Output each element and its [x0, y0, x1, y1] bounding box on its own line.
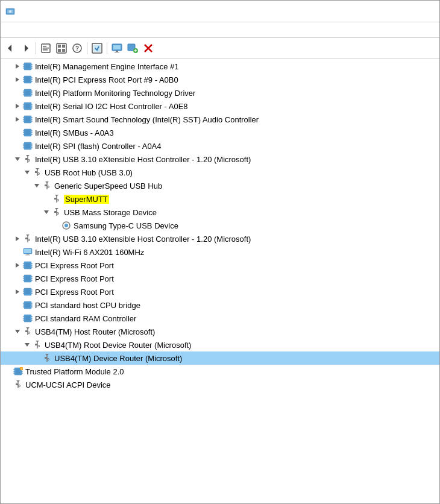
tree-item-label-16: PCI Express Root Port	[35, 274, 114, 283]
svg-rect-55	[25, 104, 30, 109]
tree-item-10[interactable]: SuperMUTT	[1, 192, 439, 206]
tree-item-label-10: SuperMUTT	[64, 195, 109, 204]
chip-yellow-icon-23: !	[13, 367, 24, 376]
svg-rect-132	[25, 276, 30, 281]
tree-item-5[interactable]: Intel(R) SMBus - A0A3	[1, 126, 439, 139]
menu-action[interactable]	[13, 28, 25, 32]
expand-icon-21[interactable]	[22, 340, 32, 350]
svg-rect-6	[43, 46, 46, 47]
forward-button[interactable]	[19, 41, 33, 55]
svg-point-173	[38, 345, 40, 347]
expand-icon-19	[13, 313, 22, 323]
svg-rect-11	[62, 45, 65, 48]
usb-icon-22	[42, 353, 52, 363]
back-button[interactable]	[3, 41, 17, 55]
tree-item-14[interactable]: Intel(R) Wi-Fi 6 AX201 160MHz	[1, 245, 439, 259]
svg-marker-122	[16, 263, 19, 268]
tree-item-4[interactable]: Intel(R) Smart Sound Technology (Intel(R…	[1, 113, 439, 126]
svg-marker-62	[16, 117, 19, 122]
expand-icon-8[interactable]	[22, 168, 32, 177]
expand-icon-13[interactable]	[13, 234, 22, 244]
svg-marker-4	[25, 45, 28, 52]
menu-help[interactable]	[37, 28, 49, 32]
svg-rect-13	[62, 49, 65, 52]
tree-item-9[interactable]: Generic SuperSpeed USB Hub	[1, 179, 439, 192]
tree-item-label-9: Generic SuperSpeed USB Hub	[54, 181, 162, 191]
svg-marker-53	[16, 104, 19, 109]
tree-item-12[interactable]: Samsung Type-C USB Device	[1, 219, 439, 232]
tree-item-21[interactable]: USB4(TM) Root Device Router (Microsoft)	[1, 338, 439, 351]
tree-item-23[interactable]: ! Trusted Platform Module 2.0	[1, 365, 439, 378]
expand-icon-24	[3, 380, 13, 389]
svg-rect-172	[35, 344, 37, 345]
tree-item-label-8: USB Root Hub (USB 3.0)	[45, 168, 133, 177]
tree-item-22[interactable]: USB4(TM) Device Router (Microsoft)	[1, 351, 439, 365]
expand-icon-15[interactable]	[13, 260, 22, 270]
svg-text:?: ?	[75, 45, 79, 52]
tree-item-label-21: USB4(TM) Root Device Router (Microsoft)	[45, 341, 191, 350]
svg-rect-7	[43, 48, 49, 49]
chip-icon-17	[22, 287, 33, 297]
add-button[interactable]: +	[125, 41, 140, 55]
expand-icon-22	[32, 353, 42, 363]
tree-item-18[interactable]: PCI standard host CPU bridge	[1, 298, 439, 312]
svg-rect-80	[25, 143, 30, 148]
tree-item-16[interactable]: PCI Express Root Port	[1, 272, 439, 285]
svg-rect-179	[16, 369, 20, 374]
svg-rect-10	[58, 45, 61, 48]
svg-marker-113	[16, 236, 19, 241]
scan-button[interactable]	[90, 41, 104, 55]
expand-icon-17[interactable]	[13, 287, 22, 297]
svg-point-177	[48, 359, 49, 361]
expand-icon-7[interactable]	[13, 154, 22, 164]
tree-item-6[interactable]: Intel(R) SPI (flash) Controller - A0A4	[1, 139, 439, 153]
svg-marker-87	[15, 157, 20, 161]
expand-icon-20[interactable]	[13, 327, 22, 336]
svg-rect-100	[45, 184, 47, 186]
tree-item-20[interactable]: USB4(TM) Host Router (Microsoft)	[1, 325, 439, 338]
app-icon	[5, 7, 15, 16]
expand-icon-11[interactable]	[42, 207, 51, 217]
expand-icon-14	[13, 247, 22, 257]
tree-item-24[interactable]: UCM-UCSI ACPI Device	[1, 378, 439, 391]
tree-item-15[interactable]: PCI Express Root Port	[1, 259, 439, 272]
menu-bar	[1, 22, 439, 38]
svg-rect-121	[25, 255, 30, 256]
tree-item-8[interactable]: USB Root Hub (USB 3.0)	[1, 166, 439, 179]
tree-item-2[interactable]: Intel(R) Platform Monitoring Technology …	[1, 86, 439, 99]
tree-item-17[interactable]: PCI Express Root Port	[1, 285, 439, 298]
svg-marker-175	[45, 354, 49, 356]
toolbar: ? +	[1, 38, 439, 58]
svg-marker-3	[8, 45, 11, 52]
help-button[interactable]: ?	[70, 41, 84, 55]
menu-file[interactable]	[1, 28, 13, 32]
expand-icon-9[interactable]	[32, 181, 42, 191]
remove-button[interactable]	[141, 41, 156, 55]
tree-item-label-14: Intel(R) Wi-Fi 6 AX201 160MHz	[35, 248, 144, 257]
tree-item-label-18: PCI standard host CPU bridge	[35, 301, 140, 310]
tree-item-3[interactable]: Intel(R) Serial IO I2C Host Controller -…	[1, 99, 439, 113]
expand-icon-3[interactable]	[13, 101, 22, 111]
svg-rect-176	[45, 357, 47, 359]
expand-icon-0[interactable]	[13, 61, 22, 71]
svg-point-96	[38, 173, 40, 175]
svg-rect-12	[58, 49, 61, 52]
tree-item-0[interactable]: Intel(R) Management Engine Interface #1	[1, 60, 439, 73]
monitor-button[interactable]	[110, 41, 124, 55]
update-driver-button[interactable]	[54, 41, 69, 55]
tree-item-13[interactable]: Intel(R) USB 3.10 eXtensible Host Contro…	[1, 232, 439, 245]
menu-view[interactable]	[25, 28, 37, 32]
svg-point-101	[48, 186, 49, 188]
tree-item-1[interactable]: Intel(R) PCI Express Root Port #9 - A0B0	[1, 73, 439, 86]
tree-item-11[interactable]: USB Mass Storage Device	[1, 206, 439, 219]
tree-item-19[interactable]: PCI standard RAM Controller	[1, 312, 439, 325]
svg-point-112	[64, 224, 68, 227]
tree-item-label-1: Intel(R) PCI Express Root Port #9 - A0B0	[35, 75, 178, 84]
tree-item-7[interactable]: Intel(R) USB 3.10 eXtensible Host Contro…	[1, 153, 439, 166]
svg-rect-20	[116, 51, 118, 52]
tree-item-label-0: Intel(R) Management Engine Interface #1	[35, 62, 178, 71]
expand-icon-1[interactable]	[13, 75, 22, 84]
device-tree[interactable]: Intel(R) Management Engine Interface #1 …	[1, 58, 439, 503]
expand-icon-4[interactable]	[13, 115, 22, 124]
properties-button[interactable]	[39, 41, 53, 55]
